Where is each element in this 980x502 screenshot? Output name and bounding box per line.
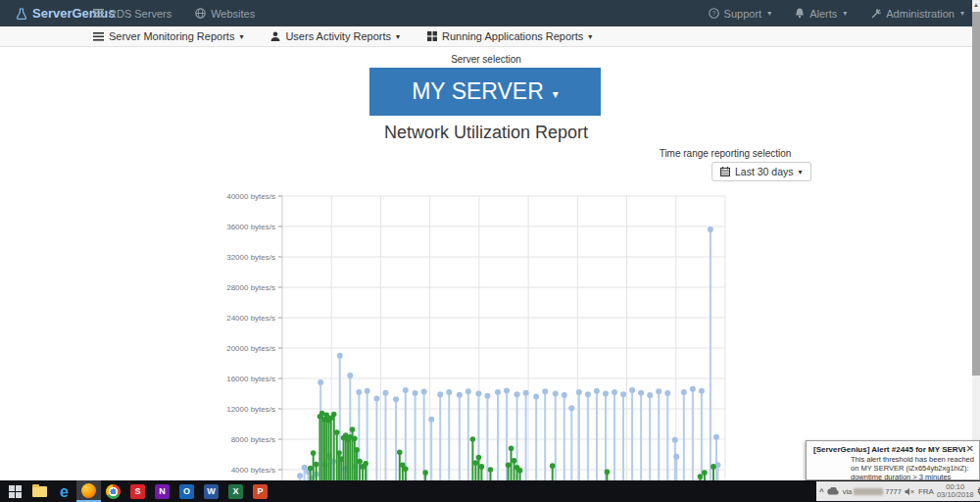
tray-via-text: via 7777	[843, 487, 902, 496]
svg-text:8000 bytes/s: 8000 bytes/s	[231, 435, 275, 444]
firefox-icon[interactable]	[76, 480, 101, 502]
chrome-icon-glyph	[106, 484, 121, 499]
time-range-dropdown[interactable]: Last 30 days ▾	[711, 162, 811, 181]
menu-label: Users Activity Reports	[285, 30, 391, 42]
svg-text:40000 bytes/s: 40000 bytes/s	[226, 192, 275, 201]
nav-item-label: Support	[724, 8, 762, 20]
excel-icon[interactable]: X	[223, 480, 248, 502]
svg-text:24000 bytes/s: 24000 bytes/s	[226, 314, 275, 323]
skype-icon[interactable]: S	[125, 480, 150, 502]
bell-icon	[795, 8, 805, 19]
via-prefix: via	[843, 487, 853, 496]
chevron-down-icon: ▾	[843, 9, 847, 18]
chevron-down-icon: ▾	[553, 87, 559, 101]
start-button-glyph	[9, 485, 22, 498]
chrome-icon[interactable]	[101, 480, 125, 502]
server-name: MY SERVER	[412, 78, 544, 105]
alert-toast: [ServerGenius] Alert #2445 for MY SERVER…	[806, 440, 980, 480]
via-suffix: 7777	[885, 487, 902, 496]
page-title: Network Utilization Report	[0, 123, 972, 143]
menu-server-monitoring-reports[interactable]: Server Monitoring Reports ▾	[93, 26, 243, 46]
tray-expand-icon[interactable]: ^	[819, 487, 824, 496]
nav-item-label: Administration	[886, 8, 955, 20]
scroll-up-arrow-icon[interactable]: ▲	[972, 0, 980, 11]
word-icon[interactable]: W	[199, 480, 223, 502]
grid-icon	[427, 31, 437, 41]
file-explorer-icon[interactable]	[27, 480, 52, 502]
server-genius-app: 40000 bytes/s36000 bytes/s32000 bytes/s2…	[0, 0, 980, 502]
chevron-down-icon: ▾	[960, 9, 964, 18]
outlook-icon[interactable]: O	[174, 480, 199, 502]
edge-icon[interactable]: e	[52, 480, 76, 502]
page-scrollbar[interactable]: ▲	[972, 0, 980, 480]
user-icon	[270, 31, 280, 41]
menu-running-applications-reports[interactable]: Running Applications Reports ▾	[427, 26, 592, 46]
time-range-value: Last 30 days	[735, 166, 794, 177]
word-icon-glyph: W	[204, 484, 219, 499]
server-dropdown-button[interactable]: MY SERVER ▾	[369, 68, 601, 116]
chevron-down-icon: ▾	[239, 32, 243, 41]
time-range-label: Time range reporting selection	[637, 148, 813, 159]
menu-label: Running Applications Reports	[442, 30, 583, 42]
svg-text:4000 bytes/s: 4000 bytes/s	[231, 466, 275, 475]
nav-item-support[interactable]: ? Support ▾	[709, 0, 772, 26]
nav-item-rds-servers[interactable]: RDS Servers	[93, 0, 172, 26]
excel-icon-glyph: X	[228, 484, 243, 499]
toast-title: [ServerGenius] Alert #2445 for MY SERVER…	[813, 445, 965, 454]
svg-text:32000 bytes/s: 32000 bytes/s	[226, 253, 275, 262]
calendar-icon	[720, 167, 730, 176]
nav-item-label: Websites	[211, 8, 255, 20]
top-navbar: ServerGenius RDS Servers Websites	[0, 0, 980, 26]
chevron-down-icon: ▾	[588, 32, 592, 41]
list-icon	[93, 32, 104, 41]
svg-text:20000 bytes/s: 20000 bytes/s	[226, 344, 275, 353]
chevron-down-icon: ▾	[767, 9, 771, 18]
tray-clock[interactable]: 00:10 03/10/2018	[937, 483, 974, 500]
svg-text:36000 bytes/s: 36000 bytes/s	[226, 223, 275, 231]
nav-item-label: RDS Servers	[109, 8, 172, 20]
close-icon[interactable]: ✕	[966, 443, 974, 454]
powerpoint-icon[interactable]: P	[248, 480, 272, 502]
onenote-icon-glyph: N	[155, 484, 170, 499]
globe-icon	[195, 8, 206, 19]
scrollbar-thumb[interactable]	[972, 12, 980, 376]
outlook-icon-glyph: O	[179, 484, 194, 499]
file-explorer-icon-glyph	[32, 486, 47, 497]
system-tray: ^ via 7777 FRA 00:10 03/10/2018 ⚙	[816, 481, 980, 501]
svg-text:?: ?	[711, 10, 715, 17]
nav-item-administration[interactable]: Administration ▾	[870, 0, 964, 26]
taskbar-icons: eSNOWXP	[3, 480, 272, 502]
list-icon	[93, 9, 104, 18]
top-nav-links: RDS Servers Websites	[93, 0, 255, 26]
flask-icon	[16, 8, 27, 20]
start-button[interactable]	[3, 480, 27, 502]
svg-text:16000 bytes/s: 16000 bytes/s	[226, 375, 275, 383]
cloud-icon	[827, 487, 840, 495]
top-nav-right: ? Support ▾ Alerts ▾ Administration	[709, 0, 964, 26]
menu-users-activity-reports[interactable]: Users Activity Reports ▾	[270, 26, 400, 46]
edge-icon-glyph: e	[60, 484, 69, 499]
onenote-icon[interactable]: N	[150, 480, 174, 502]
firefox-icon-glyph	[81, 483, 96, 498]
chevron-down-icon: ▾	[396, 32, 400, 41]
powerpoint-icon-glyph: P	[253, 484, 268, 499]
tray-date: 03/10/2018	[937, 490, 974, 499]
svg-text:12000 bytes/s: 12000 bytes/s	[226, 405, 275, 414]
server-selection-label: Server selection	[0, 54, 972, 65]
reports-navbar: Server Monitoring Reports ▾ Users Activi…	[0, 26, 980, 47]
menu-label: Server Monitoring Reports	[109, 30, 234, 42]
chevron-down-icon: ▾	[799, 168, 803, 176]
speaker-muted-icon[interactable]	[905, 487, 915, 496]
question-icon: ?	[709, 8, 719, 19]
wrench-icon	[870, 8, 881, 19]
skype-icon-glyph: S	[130, 484, 145, 499]
svg-text:28000 bytes/s: 28000 bytes/s	[226, 283, 275, 292]
language-indicator[interactable]: FRA	[918, 487, 934, 496]
gear-icon[interactable]: ⚙	[977, 481, 980, 501]
nav-item-websites[interactable]: Websites	[195, 0, 255, 26]
nav-item-alerts[interactable]: Alerts ▾	[795, 0, 847, 26]
redacted-text	[854, 488, 883, 495]
nav-item-label: Alerts	[809, 8, 837, 20]
toast-body: This alert threshold has been reached on…	[851, 455, 976, 481]
